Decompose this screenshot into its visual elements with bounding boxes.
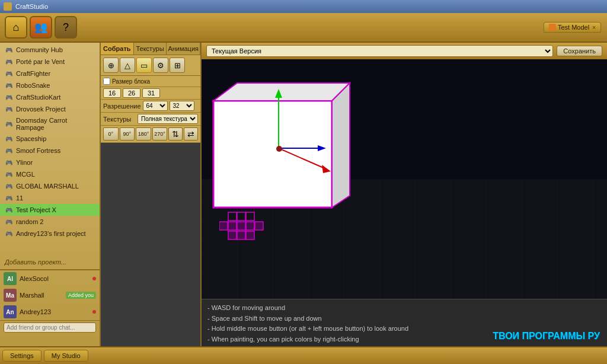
resolution-select-2[interactable]: 321664	[170, 101, 194, 111]
project-name: 11	[16, 194, 23, 202]
rotate-0-button[interactable]: 0°	[103, 127, 119, 141]
project-name: CraftStudioKart	[16, 94, 60, 101]
rotate-270-button[interactable]: 270°	[152, 127, 168, 141]
project-icon	[5, 81, 13, 90]
project-icon	[5, 158, 13, 167]
help-button[interactable]: ?	[55, 16, 77, 39]
top-nav: ⌂ 👥 ? Test Model ×	[0, 13, 607, 43]
settings-tool-button[interactable]: ⚙	[153, 58, 168, 73]
project-item[interactable]: Andrey123's first project	[0, 228, 100, 240]
watermark-text: ТВОИ ПРОГРАММЫ РУ	[493, 331, 600, 341]
select-tool-button[interactable]: ⊕	[103, 58, 119, 73]
app-container: ⌂ 👥 ? Test Model × Community HubPorté pa…	[0, 13, 607, 364]
project-item[interactable]: Community Hub	[0, 44, 100, 56]
friend-item[interactable]: AlAlexSocol	[0, 270, 100, 287]
friends-list: AlAlexSocolMaMarshallAdded youAnAndrey12…	[0, 270, 100, 320]
project-item[interactable]: CraftStudioKart	[0, 91, 100, 103]
project-item[interactable]: CraftFighter	[0, 68, 100, 79]
svg-rect-20	[255, 222, 263, 230]
texture-select[interactable]: Полная текстура	[138, 114, 198, 124]
svg-rect-14	[237, 212, 245, 221]
model-3d-box	[202, 77, 356, 231]
block-x-field[interactable]: 16	[103, 88, 121, 98]
triangle-tool-button[interactable]: △	[120, 58, 135, 73]
project-item[interactable]: Porté par le Vent	[0, 56, 100, 68]
texture-row: Текстуры Полная текстура	[101, 113, 200, 126]
project-name: Drovosek Project	[16, 106, 66, 113]
project-name: Ylinor	[16, 159, 33, 166]
friend-name: AlexSocol	[20, 275, 49, 282]
tab-assemble[interactable]: Собрать	[101, 43, 134, 55]
project-item[interactable]: Spaceship	[0, 133, 100, 145]
home-button[interactable]: ⌂	[5, 16, 27, 39]
friends-icon: 👥	[34, 21, 47, 34]
project-item[interactable]: 11	[0, 192, 100, 204]
flip-v-button[interactable]: ⇄	[184, 127, 198, 141]
statusbar: - WASD for moving around- Space and Shif…	[202, 299, 607, 346]
project-icon	[5, 93, 13, 101]
model-tab[interactable]: Test Model ×	[544, 22, 601, 33]
rotation-row: 0° 90° 180° 270° ⇅ ⇄	[101, 126, 200, 143]
friends-button[interactable]: 👥	[30, 16, 52, 39]
project-item[interactable]: random 2	[0, 216, 100, 228]
titlebar: CraftStudio	[0, 0, 607, 13]
mini-model-svg	[219, 211, 273, 244]
resolution-select-1[interactable]: 643216	[143, 101, 168, 111]
block-size-checkbox[interactable]	[103, 78, 110, 85]
project-icon	[5, 146, 13, 155]
status-text: - WASD for moving around- Space and Shif…	[207, 303, 408, 344]
grid-tool-button[interactable]: ⊞	[170, 58, 185, 73]
version-select[interactable]: Текущая Версия	[206, 45, 553, 57]
status-line: - When painting, you can pick colors by …	[207, 334, 408, 345]
project-item[interactable]: Doomsday Carrot Rampage	[0, 115, 100, 133]
help-icon: ?	[63, 21, 69, 34]
block-size-row: Размер блока	[101, 76, 200, 87]
status-line: - Hold middle mouse button (or alt + lef…	[207, 324, 408, 334]
project-name: RoboSnake	[16, 82, 50, 89]
flip-h-button[interactable]: ⇅	[168, 127, 183, 141]
svg-rect-18	[237, 222, 245, 230]
mystudio-tab[interactable]: My Studio	[44, 350, 88, 362]
settings-tab[interactable]: Settings	[2, 350, 41, 362]
project-item[interactable]: Drovosek Project	[0, 103, 100, 115]
model-tab-label: Test Model	[558, 24, 589, 31]
rotate-90-button[interactable]: 90°	[120, 127, 135, 141]
block-size-label: Размер блока	[112, 78, 150, 85]
block-y-field[interactable]: 26	[123, 88, 140, 98]
viewport-area: Текущая Версия Сохранить	[202, 43, 607, 346]
project-item[interactable]: Ylinor	[0, 157, 100, 168]
app-icon	[4, 2, 12, 11]
project-item[interactable]: RoboSnake	[0, 79, 100, 91]
project-icon	[5, 105, 13, 113]
project-icon	[5, 218, 13, 226]
add-project-button[interactable]: Добавить проект...	[0, 255, 100, 269]
friend-name: Marshall	[20, 292, 44, 299]
resolution-row: Разрешение 643216 321664	[101, 100, 200, 113]
canvas-3d[interactable]	[202, 59, 607, 299]
status-line: - Space and Shift to move up and down	[207, 314, 408, 324]
center-panel: Собрать Текстуры Анимация ⊕ △ ▭	[101, 43, 202, 346]
friend-avatar: Ma	[4, 289, 17, 302]
svg-rect-22	[237, 231, 245, 240]
project-icon	[5, 135, 13, 143]
project-item[interactable]: MCGL	[0, 168, 100, 180]
close-tab-icon[interactable]: ×	[592, 24, 596, 31]
box-tool-button[interactable]: ▭	[136, 58, 152, 73]
chat-input[interactable]	[4, 323, 96, 333]
tab-animation[interactable]: Анимация	[167, 43, 200, 55]
app-title: CraftStudio	[15, 3, 48, 10]
save-button[interactable]: Сохранить	[557, 46, 602, 56]
project-item[interactable]: GLOBAL MARSHALL	[0, 180, 100, 192]
block-z-field[interactable]: 31	[142, 88, 160, 98]
project-name: random 2	[16, 218, 43, 225]
mini-grid-model	[219, 211, 273, 245]
project-item[interactable]: Test Project X	[0, 204, 100, 216]
tab-textures[interactable]: Текстуры	[134, 43, 167, 55]
friend-item[interactable]: MaMarshallAdded you	[0, 287, 100, 304]
friend-item[interactable]: AnAndrey123	[0, 304, 100, 320]
rotate-180-button[interactable]: 180°	[136, 127, 151, 141]
friend-avatar: Al	[4, 272, 17, 285]
project-name: GLOBAL MARSHALL	[16, 183, 79, 190]
svg-rect-16	[219, 222, 228, 230]
project-item[interactable]: Smoof Fortress	[0, 145, 100, 157]
